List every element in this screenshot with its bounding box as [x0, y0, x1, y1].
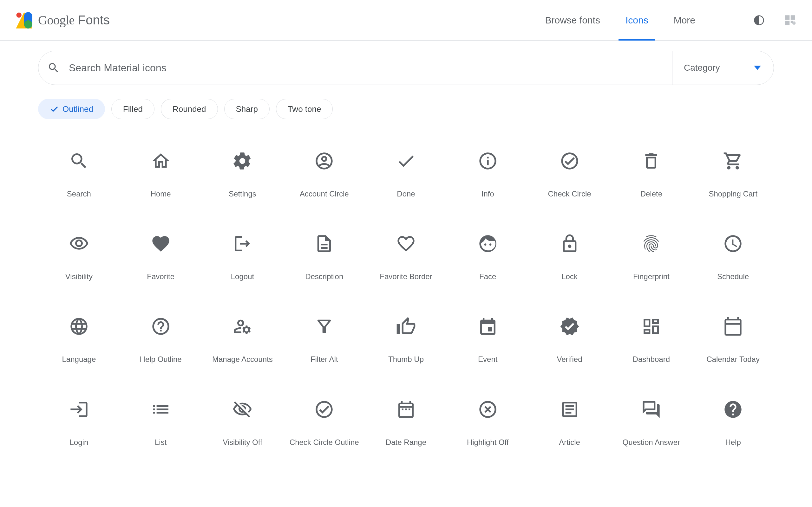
icon-cell-manage_accounts[interactable]: Manage Accounts: [202, 316, 284, 364]
icon-cell-highlight_off[interactable]: Highlight Off: [447, 399, 529, 447]
selection-panel-icon[interactable]: [783, 14, 797, 27]
check_circle-icon: [560, 151, 580, 171]
icon-cell-visibility_off[interactable]: Visibility Off: [202, 399, 284, 447]
article-icon: [560, 399, 580, 419]
icon-cell-visibility[interactable]: Visibility: [38, 233, 120, 281]
icon-cell-help_outline[interactable]: Help Outline: [120, 316, 202, 364]
header: Google Fonts Browse fonts Icons More: [0, 0, 812, 41]
icon-cell-favorite[interactable]: Favorite: [120, 233, 202, 281]
icon-cell-help[interactable]: Help: [692, 399, 774, 447]
icon-cell-date_range[interactable]: Date Range: [365, 399, 447, 447]
fingerprint-icon: [641, 233, 661, 254]
icon-cell-info[interactable]: Info: [447, 151, 529, 199]
icon-cell-verified[interactable]: Verified: [529, 316, 611, 364]
icon-label: Verified: [557, 354, 582, 364]
nav-browse-fonts[interactable]: Browse fonts: [545, 0, 600, 40]
visibility-icon: [69, 233, 89, 254]
content: Category Outlined Filled Rounded Sharp T…: [0, 41, 812, 447]
icon-cell-fingerprint[interactable]: Fingerprint: [610, 233, 692, 281]
icon-cell-dashboard[interactable]: Dashboard: [610, 316, 692, 364]
icon-label: Help Outline: [140, 354, 182, 364]
check-icon: [50, 105, 59, 113]
icon-label: Article: [559, 437, 580, 447]
icon-label: Event: [478, 354, 497, 364]
icon-cell-done[interactable]: Done: [365, 151, 447, 199]
icon-cell-check_circle[interactable]: Check Circle: [529, 151, 611, 199]
icon-cell-lock[interactable]: Lock: [529, 233, 611, 281]
icon-label: Highlight Off: [467, 437, 509, 447]
top-nav: Browse fonts Icons More: [545, 0, 797, 40]
icon-label: Manage Accounts: [212, 354, 273, 364]
icon-cell-article[interactable]: Article: [529, 399, 611, 447]
category-dropdown[interactable]: Category: [672, 51, 774, 85]
search-input[interactable]: [69, 62, 672, 74]
icon-cell-login[interactable]: Login: [38, 399, 120, 447]
chip-rounded[interactable]: Rounded: [161, 99, 218, 119]
list-icon: [151, 399, 171, 419]
login-icon: [69, 399, 89, 419]
icon-cell-list[interactable]: List: [120, 399, 202, 447]
icon-cell-favorite_border[interactable]: Favorite Border: [365, 233, 447, 281]
icon-cell-language[interactable]: Language: [38, 316, 120, 364]
icon-cell-logout[interactable]: Logout: [202, 233, 284, 281]
icon-label: Account Circle: [300, 189, 349, 199]
settings-icon: [232, 151, 252, 171]
chip-two-tone[interactable]: Two tone: [276, 99, 333, 119]
icon-cell-event[interactable]: Event: [447, 316, 529, 364]
icon-label: Description: [305, 272, 343, 281]
icon-cell-calendar_today[interactable]: Calendar Today: [692, 316, 774, 364]
icon-cell-settings[interactable]: Settings: [202, 151, 284, 199]
icon-label: Favorite Border: [380, 272, 432, 281]
favorite-icon: [151, 233, 171, 254]
icon-cell-delete[interactable]: Delete: [610, 151, 692, 199]
home-icon: [151, 151, 171, 171]
search-bar: Category: [38, 51, 774, 85]
icon-cell-thumb_up[interactable]: Thumb Up: [365, 316, 447, 364]
category-label: Category: [684, 63, 748, 73]
icon-cell-question_answer[interactable]: Question Answer: [610, 399, 692, 447]
chip-filled[interactable]: Filled: [111, 99, 154, 119]
calendar_today-icon: [723, 316, 743, 337]
nav-more[interactable]: More: [674, 0, 695, 40]
icon-label: Check Circle Outline: [290, 437, 359, 447]
icon-label: Login: [70, 437, 89, 447]
help-icon: [723, 399, 743, 419]
icon-label: Shopping Cart: [709, 189, 757, 199]
visibility_off-icon: [232, 399, 252, 419]
icon-label: Language: [62, 354, 96, 364]
logo-text: Google Fonts: [38, 13, 110, 27]
logo[interactable]: Google Fonts: [15, 11, 110, 29]
icon-cell-shopping_cart[interactable]: Shopping Cart: [692, 151, 774, 199]
chip-outlined[interactable]: Outlined: [38, 99, 105, 119]
favorite_border-icon: [396, 233, 416, 254]
icon-cell-schedule[interactable]: Schedule: [692, 233, 774, 281]
icon-label: Logout: [231, 272, 254, 281]
icon-label: Fingerprint: [633, 272, 670, 281]
dark-mode-icon[interactable]: [752, 14, 766, 27]
face-icon: [478, 233, 498, 254]
icon-label: Visibility Off: [223, 437, 262, 447]
help_outline-icon: [151, 316, 171, 337]
svg-rect-3: [785, 15, 790, 20]
account_circle-icon: [314, 151, 334, 171]
icon-label: Check Circle: [548, 189, 591, 199]
manage_accounts-icon: [232, 316, 252, 337]
style-chips: Outlined Filled Rounded Sharp Two tone: [38, 99, 774, 119]
shopping_cart-icon: [723, 151, 743, 171]
chip-sharp[interactable]: Sharp: [224, 99, 270, 119]
icon-cell-check_circle_outline[interactable]: Check Circle Outline: [283, 399, 365, 447]
nav-icons[interactable]: Icons: [625, 0, 648, 40]
icon-cell-search[interactable]: Search: [38, 151, 120, 199]
icon-label: Date Range: [386, 437, 426, 447]
dashboard-icon: [641, 316, 661, 337]
icon-label: Info: [481, 189, 494, 199]
icon-cell-home[interactable]: Home: [120, 151, 202, 199]
icon-label: Question Answer: [623, 437, 680, 447]
icon-cell-account_circle[interactable]: Account Circle: [283, 151, 365, 199]
thumb_up-icon: [396, 316, 416, 337]
icon-cell-filter_alt[interactable]: Filter Alt: [283, 316, 365, 364]
icon-cell-face[interactable]: Face: [447, 233, 529, 281]
search-icon: [69, 151, 89, 171]
icon-cell-description[interactable]: Description: [283, 233, 365, 281]
icon-label: Settings: [229, 189, 256, 199]
